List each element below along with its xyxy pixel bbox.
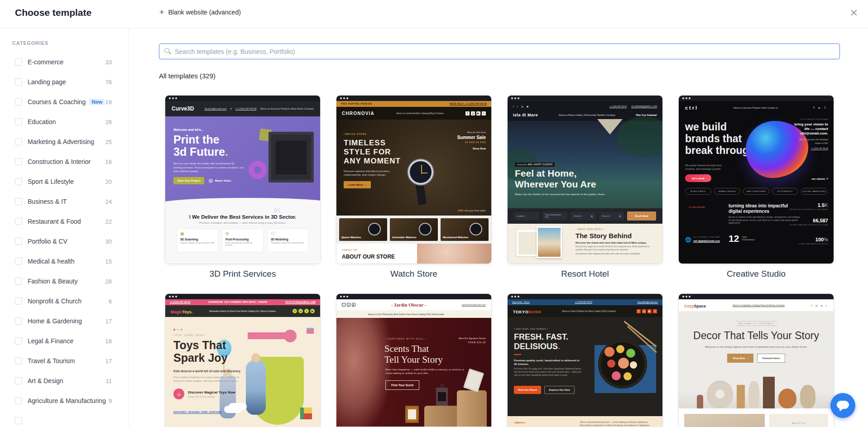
checkbox[interactable] <box>15 118 22 125</box>
thumb-kicker: Welcome and let's... <box>173 128 204 131</box>
template-caption: 3D Print Services <box>165 269 320 279</box>
template-thumbnail: CozySpace About us Inspiration Catalog N… <box>679 294 834 427</box>
thumb-body: Premium-quality sushi, handcrafted to de… <box>514 359 582 366</box>
thumb-body: More than fragrance — each bottle holds … <box>385 368 467 375</box>
category-count: 6 <box>109 298 112 305</box>
template-card-magictoys[interactable]: +1 (234) 567 89 90 SHOWROOM: 1234 FAIRMO… <box>165 294 320 427</box>
plus-icon: + <box>159 8 164 16</box>
sidebar-item-portfolio-cv[interactable]: Portfolio & CV 30 <box>0 231 129 251</box>
thumb-headline: Print the 3d Future. <box>173 134 228 158</box>
template-card-watch-store[interactable]: FREE SHIPPING FROM $20 NEED HELP: +1 (23… <box>336 96 491 294</box>
template-card-tokyodash[interactable]: Open 8 am - 10 pm +1 (234) 567 89 00 tok… <box>508 294 662 427</box>
category-count: 16 <box>106 158 112 165</box>
checkbox[interactable] <box>15 397 22 404</box>
sidebar-item-fashion-beauty[interactable]: Fashion & Beauty 28 <box>0 271 129 291</box>
social-icons: f ◎ t ▶ <box>293 309 315 313</box>
thumb-email: ISLADIMARE@EMAIL.COM <box>631 106 657 108</box>
checkbox[interactable] <box>15 138 22 145</box>
template-card-3d-print-services[interactable]: Curve3D 3d.print@email.com ● +1 (234) 56… <box>165 96 320 294</box>
instagram-icon: ◎ <box>642 309 646 313</box>
sushi-plate-graphic <box>598 340 647 389</box>
sidebar-item-education[interactable]: Education 26 <box>0 112 129 132</box>
cta-title: Discover Magical Toys Now <box>188 390 235 394</box>
dialog-header: Choose template + Blank website (advance… <box>0 0 868 29</box>
discount-note: -10% off your first order <box>457 209 486 212</box>
blank-website-button[interactable]: + Blank website (advanced) <box>159 8 241 16</box>
sidebar-item-courses-coaching[interactable]: Courses & CoachingNew 16 <box>0 92 129 112</box>
kid-photo <box>246 360 266 415</box>
checkbox[interactable] <box>15 278 22 285</box>
checkbox[interactable] <box>15 258 22 265</box>
booking-bar: Location Type placeholder text⌄ Check in… <box>508 208 662 224</box>
sidebar-item-travel-tourism[interactable]: Travel & Tourism 17 <box>0 351 129 371</box>
sidebar-item-restaurant-food[interactable]: Restaurant & Food 22 <box>0 211 129 231</box>
template-card-resort-hotel[interactable]: f t ◎ ▶ +1 (234) 567 89 90 ISLADIMARE@EM… <box>508 96 662 294</box>
thumb-body: From cuddly companions to creative plays… <box>173 376 241 383</box>
template-caption: Watch Store <box>336 269 491 279</box>
sidebar-item-business-it[interactable]: Business & IT 24 <box>0 192 129 211</box>
checkbox[interactable] <box>15 297 22 305</box>
who-kicker: 01 // WHO WE ARE <box>689 206 705 208</box>
thumb-phone: +1 (234) 567 89 00 <box>575 301 592 303</box>
sidebar-item-legal-finance[interactable]: Legal & Finance 18 <box>0 331 129 351</box>
category-count: 25 <box>106 139 112 145</box>
thumb-phone: +1 (234) 567 89 90 <box>609 106 627 108</box>
find-scent-button: Find Your Scent <box>385 380 419 390</box>
checkbox[interactable] <box>15 98 22 106</box>
categories-heading: CATEGORIES <box>12 40 48 46</box>
category-count: 15 <box>106 258 112 265</box>
checkbox[interactable] <box>15 337 22 345</box>
twitter-icon: t <box>653 309 657 313</box>
sidebar-item-ecommerce[interactable]: E-commerce 33 <box>0 52 129 72</box>
close-icon[interactable]: ✕ <box>848 7 860 19</box>
checkbox[interactable] <box>15 417 22 424</box>
sidebar-item-art-design[interactable]: Art & Design 11 <box>0 371 129 391</box>
sidebar-item-construction-interior[interactable]: Construction & Interior 16 <box>0 152 129 172</box>
instagram-icon: ◎ <box>347 303 350 307</box>
checkbox[interactable] <box>15 58 22 66</box>
cta-subtitle: Browse the full toy catalog! <box>188 395 235 398</box>
flavor-button: Roll Into Flavor <box>514 386 541 394</box>
checkbox[interactable] <box>15 238 22 245</box>
checkbox[interactable] <box>15 158 22 165</box>
template-thumbnail: f t ◎ ▶ +1 (234) 567 89 90 ISLADIMARE@EM… <box>508 96 662 264</box>
sidebar-item-partial[interactable] <box>0 411 129 427</box>
template-card-cozyspace[interactable]: CozySpace About us Inspiration Catalog N… <box>679 294 834 427</box>
checkbox[interactable] <box>15 317 22 325</box>
checkbox[interactable] <box>15 357 22 365</box>
sidebar-item-marketing-advertising[interactable]: Marketing & Advertising 25 <box>0 132 129 152</box>
sidebar-item-home-gardening[interactable]: Home & Gardening 17 <box>0 311 129 331</box>
template-card-jardin-obscur[interactable]: f ◎ ▶ - Jardin Obscur - jardinobscur@ema… <box>336 294 491 427</box>
search-input[interactable] <box>159 43 840 59</box>
chevron-down-icon: ⌄ <box>562 215 565 217</box>
getaway-cta: Plan Your Getaway! <box>636 114 657 116</box>
category-tile: Automatic Watches <box>390 218 438 241</box>
our-clients-link: our clients ↗ <box>811 177 828 180</box>
template-gallery: All templates (329) Curve3D 3d.print@ema… <box>129 29 868 427</box>
youtube-icon: ▶ <box>352 303 355 307</box>
thumb-kicker: WELCOME TO COZYSPACE <box>735 321 777 326</box>
chat-widget-button[interactable] <box>830 393 855 418</box>
thumb-nav-links: About us How It Works Our Menu Gallery F… <box>562 310 616 312</box>
social-icons: f ▸ t <box>813 106 827 110</box>
sidebar-item-agriculture-manufacturing[interactable]: Agriculture & Manufacturing 9 <box>0 391 129 411</box>
checkbox[interactable] <box>15 178 22 185</box>
sidebar-item-sport-lifestyle[interactable]: Sport & Lifestyle 20 <box>0 172 129 192</box>
sidebar-item-landing-page[interactable]: Landing page 76 <box>0 72 129 92</box>
umbrella-shape <box>597 119 623 134</box>
sidebar-item-nonprofit-church[interactable]: Nonprofit & Church 6 <box>0 291 129 311</box>
checkbox[interactable] <box>15 218 22 225</box>
youtube-icon: ▶ <box>647 309 652 313</box>
thumb-kicker: • PERFUMES WITH SOUL • <box>385 338 427 340</box>
checkbox[interactable] <box>15 377 22 384</box>
section-title: \ We Deliver the Best Services in 3D Sec… <box>165 204 320 220</box>
cloud-shape <box>224 406 242 413</box>
decor-dots <box>173 329 182 331</box>
sidebar-item-medical-health[interactable]: Medical & health 15 <box>0 251 129 271</box>
checkbox[interactable] <box>15 78 22 86</box>
checkbox[interactable] <box>15 198 22 205</box>
thumb-cta-button: Start Your Project <box>173 177 204 184</box>
about-kicker: //ABOUT US <box>342 249 357 251</box>
template-caption: Creative Studio <box>679 269 834 279</box>
template-card-creative-studio[interactable]: ctrl About us Services Projects Team Con… <box>679 96 834 294</box>
